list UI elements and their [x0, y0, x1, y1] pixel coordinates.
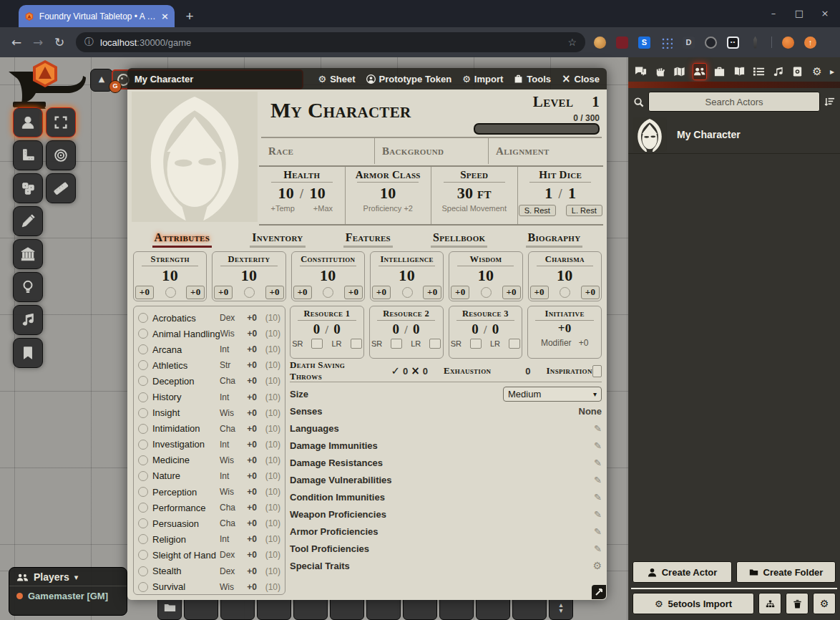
edit-icon[interactable]: ✎ — [594, 543, 602, 554]
hit-dice-block[interactable]: Hit Dice 1/1 S. RestL. Rest — [518, 167, 604, 224]
sidebar-collapse-icon[interactable]: ▸ — [830, 67, 834, 77]
import-button[interactable]: ⚙Import — [462, 74, 503, 84]
sheet-config-button[interactable]: ⚙Sheet — [318, 74, 356, 84]
health-block[interactable]: Health 10/10 +Temp+Max — [259, 167, 346, 224]
tab-chat[interactable] — [634, 64, 647, 79]
measure-controls-button[interactable] — [13, 140, 43, 170]
bookmark-star-icon[interactable]: ☆ — [567, 37, 577, 48]
new-tab-button[interactable]: + — [180, 7, 199, 26]
edit-icon[interactable]: ✎ — [594, 475, 602, 485]
players-panel[interactable]: Players ▾ Gamemaster [GM] — [9, 567, 127, 616]
ruler-tool-button[interactable] — [46, 173, 76, 203]
save-proficiency-toggle[interactable] — [560, 287, 570, 298]
notes-controls-button[interactable] — [13, 338, 43, 368]
hp-current[interactable]: 10 — [278, 184, 294, 203]
character-name[interactable]: My Character — [270, 98, 411, 122]
create-folder-button[interactable]: Create Folder — [736, 561, 836, 583]
resource-1[interactable]: Resource 1 0/0 SRLR — [290, 306, 364, 359]
edit-icon[interactable]: ✎ — [594, 526, 602, 537]
skill-prof-toggle[interactable] — [138, 503, 148, 513]
lr-checkbox[interactable] — [429, 339, 441, 349]
tab-playlists[interactable] — [771, 64, 784, 79]
players-header[interactable]: Players ▾ — [9, 568, 127, 586]
config-gear-icon[interactable]: ⚙ — [592, 560, 602, 571]
close-window-button[interactable]: ×Close — [562, 72, 600, 85]
skill-prof-toggle[interactable] — [138, 518, 148, 528]
site-info-icon[interactable]: ⓘ — [84, 36, 94, 49]
inspiration-checkbox[interactable] — [592, 365, 602, 377]
initiative-mod[interactable]: +0 — [579, 338, 589, 348]
page-down-icon[interactable]: ▾ — [559, 608, 562, 614]
save-proficiency-toggle[interactable] — [481, 287, 492, 298]
edit-icon[interactable]: ✎ — [594, 492, 602, 503]
alignment-field[interactable]: Alignment — [489, 138, 602, 164]
tile-controls-button[interactable] — [13, 173, 43, 203]
reload-button[interactable]: ↻ — [49, 35, 70, 49]
exhaustion-value[interactable]: 0 — [525, 366, 530, 377]
window-minimize-button[interactable]: – — [761, 3, 786, 24]
delete-button[interactable] — [786, 593, 809, 614]
tab-tables[interactable] — [752, 64, 765, 79]
skill-prof-toggle[interactable] — [138, 534, 148, 544]
directory-settings-button[interactable]: ⚙ — [813, 593, 836, 614]
save-proficiency-toggle[interactable] — [323, 287, 333, 298]
claw-extension-icon[interactable] — [749, 37, 761, 49]
level-display[interactable]: Level 1 — [533, 93, 600, 111]
browser-tab[interactable]: Foundry Virtual Tabletop • A Stan × — [19, 5, 175, 27]
resource-3[interactable]: Resource 3 0/0 SRLR — [449, 306, 523, 359]
tab-biography[interactable]: Biography — [526, 231, 583, 248]
sort-folders-icon[interactable] — [824, 97, 835, 107]
ability-wisdom[interactable]: Wisdom10 +0+0 — [449, 251, 522, 301]
skill-prof-toggle[interactable] — [138, 471, 148, 481]
grid-extension-icon[interactable] — [660, 37, 673, 49]
initiative-value[interactable]: +0 — [558, 321, 572, 336]
ability-intelligence[interactable]: Intelligence10 +0+0 — [370, 251, 444, 301]
foundry-logo[interactable] — [3, 59, 87, 113]
speed-value[interactable]: 30 ft — [457, 184, 492, 203]
ability-score[interactable]: 10 — [241, 266, 258, 285]
prototype-token-button[interactable]: Prototype Token — [366, 74, 452, 84]
background-field[interactable]: Background — [375, 138, 489, 164]
ability-score[interactable]: 10 — [557, 266, 573, 285]
skill-prof-toggle[interactable] — [138, 440, 148, 450]
skill-prof-toggle[interactable] — [138, 550, 148, 560]
sr-checkbox[interactable] — [470, 339, 482, 349]
update-chrome-icon[interactable]: ↑ — [804, 37, 816, 49]
ability-score[interactable]: 10 — [162, 266, 178, 285]
actor-directory-entry[interactable]: My Character — [628, 116, 840, 154]
eye-extension-icon[interactable] — [705, 37, 717, 49]
death-success-count[interactable]: 0 — [403, 366, 408, 377]
save-proficiency-toggle[interactable] — [402, 287, 413, 298]
tab-close-icon[interactable]: × — [161, 11, 169, 21]
hp-tempmax-label[interactable]: +Max — [313, 204, 333, 213]
s-extension-icon[interactable]: S — [638, 37, 650, 49]
token-controls-button[interactable] — [13, 107, 43, 137]
edit-icon[interactable]: ✎ — [594, 440, 602, 451]
tab-attributes[interactable]: Attributes — [152, 231, 213, 248]
skill-prof-toggle[interactable] — [138, 344, 148, 354]
window-maximize-button[interactable]: □ — [787, 3, 811, 24]
death-success-icon[interactable]: ✓ — [391, 364, 400, 377]
hd-max[interactable]: 1 — [568, 184, 576, 203]
lr-checkbox[interactable] — [509, 339, 520, 349]
special-movement-label[interactable]: Special Movement — [442, 204, 507, 213]
initiative-block[interactable]: Initiative +0 Modifier+0 — [527, 306, 602, 359]
tab-actors[interactable] — [693, 63, 707, 80]
tab-features[interactable]: Features — [343, 231, 393, 248]
skill-prof-toggle[interactable] — [138, 566, 148, 576]
forward-button[interactable]: → — [27, 35, 49, 49]
profile-avatar[interactable] — [782, 37, 794, 49]
tab-compendium[interactable] — [791, 64, 804, 79]
edit-icon[interactable]: ✎ — [594, 423, 602, 434]
tab-spellbook[interactable]: Spellbook — [431, 231, 487, 248]
long-rest-button[interactable]: L. Rest — [566, 205, 602, 216]
drawing-controls-button[interactable] — [13, 206, 43, 236]
speed-block[interactable]: Speed 30 ft Special Movement — [431, 167, 518, 224]
edit-icon[interactable]: ✎ — [594, 509, 602, 520]
window-resize-handle[interactable] — [592, 585, 606, 599]
actor-name[interactable]: My Character — [677, 129, 741, 140]
window-close-button[interactable]: × — [813, 3, 837, 24]
lr-checkbox[interactable] — [351, 339, 362, 349]
skill-prof-toggle[interactable] — [138, 360, 148, 370]
skill-prof-toggle[interactable] — [138, 408, 148, 418]
